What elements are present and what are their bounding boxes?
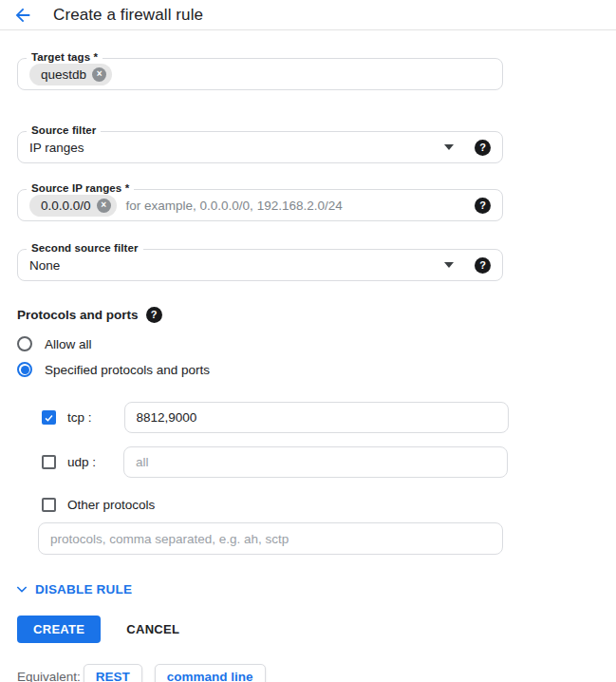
- action-row: CREATE CANCEL: [17, 616, 616, 643]
- udp-label: udp :: [67, 455, 96, 469]
- second-source-filter-select[interactable]: Second source filter None ?: [17, 249, 503, 281]
- source-filter-help-icon[interactable]: ?: [475, 140, 491, 156]
- protocols-section-label: Protocols and ports ?: [17, 307, 616, 323]
- command-line-button[interactable]: command line: [155, 664, 266, 682]
- source-ip-help-icon[interactable]: ?: [475, 198, 491, 214]
- tcp-label: tcp :: [67, 410, 92, 425]
- tcp-ports-input[interactable]: [124, 402, 509, 433]
- protocols-help-icon[interactable]: ?: [146, 307, 162, 323]
- remove-chip-icon[interactable]: ×: [92, 67, 106, 82]
- target-tags-field[interactable]: Target tags * questdb ×: [17, 58, 503, 90]
- radio-specified-label: Specified protocols and ports: [45, 363, 210, 377]
- source-filter-select[interactable]: Source filter IP ranges ?: [17, 131, 503, 163]
- other-protocols-input[interactable]: [38, 522, 503, 555]
- remove-chip-icon[interactable]: ×: [97, 199, 111, 213]
- page-title: Create a firewall rule: [53, 6, 203, 25]
- source-ip-chip: 0.0.0.0/0 ×: [29, 195, 117, 217]
- radio-off-icon[interactable]: [17, 336, 32, 351]
- equivalent-row: Equivalent: REST command line: [17, 664, 616, 682]
- radio-specified[interactable]: Specified protocols and ports: [17, 361, 616, 378]
- create-button[interactable]: CREATE: [17, 616, 101, 643]
- udp-row: udp :: [42, 446, 616, 478]
- disable-rule-toggle[interactable]: DISABLE RULE: [14, 581, 616, 597]
- udp-ports-input[interactable]: [123, 446, 508, 478]
- second-source-filter-value: None: [29, 258, 60, 273]
- rest-button[interactable]: REST: [84, 664, 142, 682]
- radio-allow-all[interactable]: Allow all: [17, 335, 616, 352]
- back-arrow-icon[interactable]: [12, 5, 33, 26]
- check-icon: [44, 412, 54, 424]
- source-filter-label: Source filter: [27, 124, 101, 136]
- tcp-row: tcp :: [42, 402, 616, 433]
- radio-on-icon[interactable]: [17, 362, 32, 377]
- cancel-button[interactable]: CANCEL: [126, 622, 179, 636]
- other-protocols-label: Other protocols: [67, 498, 155, 512]
- source-ip-chip-text: 0.0.0.0/0: [41, 199, 91, 213]
- other-protocols-checkbox[interactable]: [42, 498, 56, 512]
- source-ip-ranges-label: Source IP ranges *: [27, 182, 134, 194]
- chevron-down-icon[interactable]: [444, 144, 454, 150]
- target-tag-chip-text: questdb: [41, 67, 86, 82]
- second-source-filter-help-icon[interactable]: ?: [475, 257, 491, 274]
- disable-rule-label: DISABLE RULE: [35, 582, 132, 597]
- source-ip-ranges-field[interactable]: Source IP ranges * 0.0.0.0/0 × for examp…: [17, 189, 503, 221]
- source-filter-value: IP ranges: [29, 141, 84, 155]
- chevron-down-icon: [14, 581, 29, 597]
- page-header: Create a firewall rule: [0, 0, 616, 30]
- source-ip-placeholder: for example, 0.0.0.0/0, 192.168.2.0/24: [126, 199, 343, 213]
- protocols-section-text: Protocols and ports: [17, 308, 139, 322]
- udp-checkbox[interactable]: [42, 455, 56, 469]
- chevron-down-icon[interactable]: [444, 262, 454, 268]
- radio-allow-all-label: Allow all: [45, 337, 92, 351]
- other-protocols-row: Other protocols: [42, 496, 616, 513]
- target-tags-label: Target tags *: [27, 51, 103, 63]
- equivalent-label: Equivalent:: [17, 670, 81, 682]
- tcp-checkbox[interactable]: [42, 410, 56, 425]
- target-tag-chip: questdb ×: [29, 64, 112, 85]
- second-source-filter-label: Second source filter: [27, 242, 143, 254]
